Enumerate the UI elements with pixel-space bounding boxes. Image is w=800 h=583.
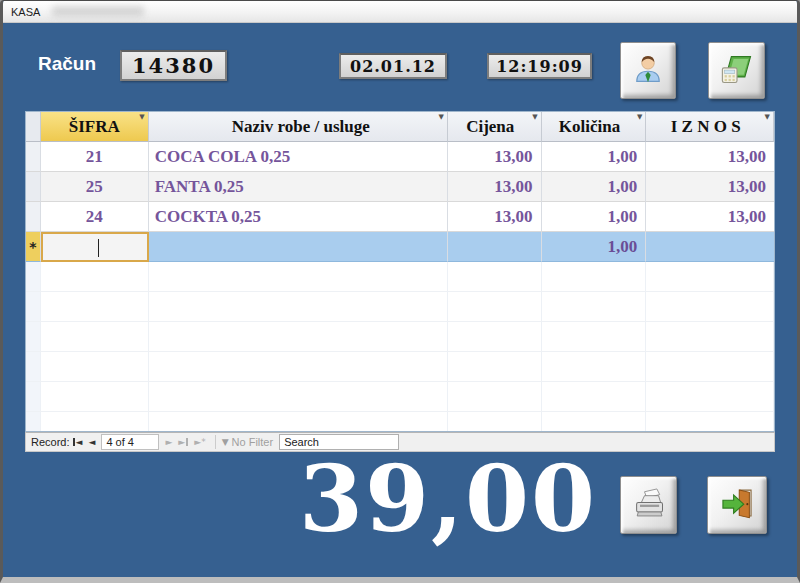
table-header-row: ŠIFRA ▼ Naziv robe / usluge ▼ Cijena ▼ K… xyxy=(26,112,774,142)
column-header-iznos[interactable]: I Z N O S ▼ xyxy=(646,112,774,142)
text-caret xyxy=(98,239,99,257)
time-field: 12:19:09 xyxy=(487,53,592,79)
table-row[interactable]: 25 FANTA 0,25 13,00 1,00 13,00 xyxy=(26,172,774,202)
record-label: Record: xyxy=(31,436,70,448)
print-button[interactable] xyxy=(620,476,677,534)
save-invoice-icon xyxy=(719,51,755,91)
column-header-naziv[interactable]: Naziv robe / usluge ▼ xyxy=(149,112,448,142)
previous-record-button[interactable]: ◄ xyxy=(85,437,98,447)
cell-naziv[interactable] xyxy=(149,232,448,262)
record-position-box[interactable]: 4 of 4 xyxy=(101,434,159,450)
cell-kolicina[interactable]: 1,00 xyxy=(542,202,647,232)
redacted-title-text xyxy=(52,6,144,17)
cell-iznos[interactable]: 13,00 xyxy=(646,202,774,232)
cell-cijena[interactable]: 13,00 xyxy=(448,202,542,232)
cashier-user-button[interactable] xyxy=(620,42,676,99)
divider xyxy=(215,435,216,449)
date-field: 02.01.12 xyxy=(339,53,447,79)
cell-sifra[interactable]: 25 xyxy=(41,172,149,202)
empty-row xyxy=(26,262,774,292)
cell-sifra[interactable]: 21 xyxy=(41,142,149,172)
total-amount: 39,00 xyxy=(298,442,598,557)
chevron-down-icon[interactable]: ▼ xyxy=(765,113,770,121)
cell-iznos[interactable]: 13,00 xyxy=(646,172,774,202)
cell-kolicina[interactable]: 1,00 xyxy=(542,232,647,262)
table-row[interactable]: 24 COCKTA 0,25 13,00 1,00 13,00 xyxy=(26,202,774,232)
save-invoice-button[interactable] xyxy=(708,42,765,99)
app-window: KASA Račun 14380 02.01.12 12:19:09 xyxy=(0,0,800,583)
filter-status[interactable]: ▼ No Filter xyxy=(222,436,273,448)
chevron-down-icon[interactable]: ▼ xyxy=(438,113,443,121)
cell-iznos[interactable]: 13,00 xyxy=(646,142,774,172)
table-row[interactable]: 21 COCA COLA 0,25 13,00 1,00 13,00 xyxy=(26,142,774,172)
row-selector[interactable] xyxy=(26,172,41,202)
empty-row xyxy=(26,322,774,352)
cell-naziv[interactable]: FANTA 0,25 xyxy=(149,172,448,202)
cell-kolicina[interactable]: 1,00 xyxy=(542,172,647,202)
column-header-kolicina[interactable]: Količina ▼ xyxy=(542,112,647,142)
first-record-button[interactable]: ◄ xyxy=(70,437,86,447)
exit-button[interactable] xyxy=(707,476,767,534)
cell-cijena[interactable]: 13,00 xyxy=(448,172,542,202)
active-input-cell-sifra[interactable] xyxy=(41,232,149,262)
column-header-sifra[interactable]: ŠIFRA ▼ xyxy=(41,112,149,142)
racun-label: Račun xyxy=(38,53,96,75)
exit-door-icon xyxy=(719,485,755,525)
empty-row xyxy=(26,352,774,382)
last-record-button[interactable]: ► xyxy=(175,437,191,447)
empty-row xyxy=(26,412,774,432)
next-record-button[interactable]: ► xyxy=(162,437,175,447)
cell-cijena[interactable] xyxy=(448,232,542,262)
cell-cijena[interactable]: 13,00 xyxy=(448,142,542,172)
empty-row xyxy=(26,292,774,322)
chevron-down-icon[interactable]: ▼ xyxy=(139,113,144,121)
selector-header-cell xyxy=(26,112,41,142)
items-datasheet: ŠIFRA ▼ Naziv robe / usluge ▼ Cijena ▼ K… xyxy=(25,111,775,432)
new-record-button[interactable]: ►* xyxy=(191,437,208,447)
new-record-selector[interactable]: * xyxy=(26,232,41,262)
title-bar: KASA xyxy=(3,1,797,23)
window-title: KASA xyxy=(11,6,40,18)
cell-kolicina[interactable]: 1,00 xyxy=(542,142,647,172)
cell-naziv[interactable]: COCA COLA 0,25 xyxy=(149,142,448,172)
chevron-down-icon[interactable]: ▼ xyxy=(637,113,642,121)
new-record-row[interactable]: * 1,00 xyxy=(26,232,774,262)
cell-sifra[interactable]: 24 xyxy=(41,202,149,232)
printer-icon xyxy=(631,485,667,525)
column-header-cijena[interactable]: Cijena ▼ xyxy=(448,112,542,142)
receipt-number-field: 14380 xyxy=(120,50,227,81)
row-selector[interactable] xyxy=(26,142,41,172)
row-selector[interactable] xyxy=(26,202,41,232)
empty-row xyxy=(26,382,774,412)
cell-naziv[interactable]: COCKTA 0,25 xyxy=(149,202,448,232)
cell-iznos[interactable] xyxy=(646,232,774,262)
pos-form: Račun 14380 02.01.12 12:19:09 xyxy=(3,24,797,577)
filter-icon: ▼ xyxy=(222,437,229,447)
no-filter-label: No Filter xyxy=(232,436,274,448)
cashier-user-icon xyxy=(630,51,666,91)
chevron-down-icon[interactable]: ▼ xyxy=(532,113,537,121)
